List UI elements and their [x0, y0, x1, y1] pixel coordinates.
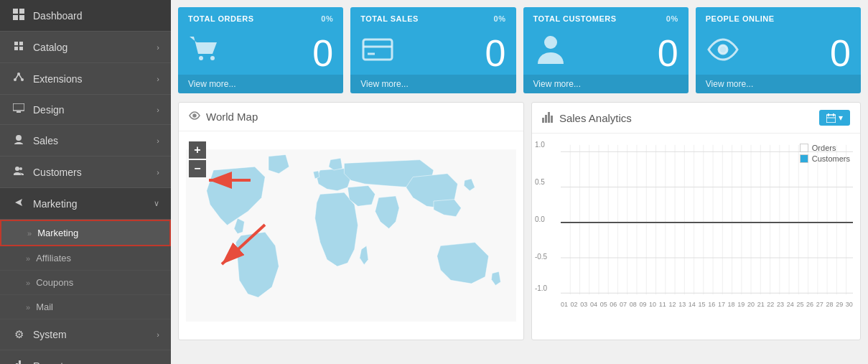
sales-chevron: › [157, 136, 159, 145]
sidebar-item-catalog-label: Catalog [33, 42, 157, 53]
sidebar-item-reports[interactable]: Reports › [0, 350, 171, 364]
system-icon: ⚙ [11, 328, 26, 341]
calendar-button[interactable]: ▾ [819, 110, 850, 126]
sales-icon [11, 134, 26, 147]
sidebar-item-reports-label: Reports [33, 360, 157, 365]
total-orders-link[interactable]: View more... [178, 75, 343, 93]
zoom-out-button[interactable]: − [189, 160, 206, 177]
sidebar-item-dashboard-label: Dashboard [33, 10, 159, 22]
sidebar-item-design[interactable]: Design › [0, 95, 171, 125]
world-map-title: World Map [206, 111, 258, 123]
svg-rect-1 [19, 9, 24, 14]
legend-orders: Orders [800, 144, 850, 152]
stat-card-total-orders: TOTAL ORDERS 0% 0 View more... [178, 7, 343, 93]
legend-dot-orders [800, 144, 808, 152]
sub-chevron-coupons: » [26, 279, 30, 287]
analytics-title: Sales Analytics [542, 111, 632, 125]
total-orders-value: 0 [312, 32, 333, 75]
y-label-4: -0.5 [535, 253, 547, 261]
sidebar-item-sales-label: Sales [33, 135, 157, 146]
svg-rect-31 [826, 115, 836, 123]
legend-customers: Customers [800, 154, 850, 163]
chart-legend: Orders Customers [800, 144, 850, 165]
y-label-2: 0.5 [535, 178, 545, 186]
catalog-chevron: › [157, 43, 159, 52]
design-chevron: › [157, 106, 159, 114]
svg-rect-17 [363, 39, 392, 60]
svg-point-22 [193, 114, 196, 117]
stat-card-people-online: PEOPLE ONLINE 0 View more... [696, 7, 861, 93]
sidebar-item-design-label: Design [33, 104, 157, 116]
credit-card-icon [360, 32, 395, 74]
world-map-header: World Map [179, 103, 523, 131]
sidebar-sub-item-marketing[interactable]: » Marketing [0, 220, 171, 246]
world-map-eye-icon [189, 110, 200, 123]
svg-rect-10 [17, 111, 21, 113]
total-orders-percent: 0% [321, 14, 333, 23]
analytics-title-text: Sales Analytics [559, 112, 632, 124]
total-customers-link[interactable]: View more... [523, 75, 689, 93]
total-customers-value: 0 [658, 32, 678, 75]
eye-icon [706, 32, 740, 74]
sidebar-item-marketing[interactable]: Marketing ∨ [0, 188, 171, 220]
system-chevron: › [157, 330, 159, 339]
sidebar-sub-item-coupons[interactable]: » Coupons [0, 271, 171, 295]
person-icon [533, 32, 568, 74]
customers-icon [11, 165, 26, 179]
legend-orders-label: Orders [812, 144, 836, 152]
sidebar-sub-item-affiliates-label: Affiliates [36, 253, 71, 263]
sidebar-sub-item-marketing-label: Marketing [37, 228, 78, 238]
bottom-row: World Map + − [178, 102, 861, 340]
total-orders-title: TOTAL ORDERS [188, 14, 254, 23]
sidebar-item-extensions-label: Extensions [33, 73, 157, 85]
analytics-panel: Sales Analytics ▾ 1.0 0.5 0.0 -0.5 [531, 102, 861, 340]
reports-chevron: › [157, 362, 159, 365]
total-sales-percent: 0% [494, 14, 506, 23]
sidebar: Dashboard Catalog › Extensions › Design … [0, 0, 171, 364]
sidebar-item-sales[interactable]: Sales › [0, 125, 171, 157]
sidebar-item-system[interactable]: ⚙ System › [0, 319, 171, 350]
sub-chevron-mail: » [26, 303, 30, 312]
sub-chevron-marketing: » [27, 229, 32, 238]
y-label-5: -1.0 [535, 284, 547, 292]
y-label-1: 1.0 [535, 141, 545, 149]
marketing-chevron: ∨ [154, 199, 159, 208]
sidebar-item-dashboard[interactable]: Dashboard [0, 0, 171, 32]
svg-rect-29 [548, 112, 550, 123]
people-online-value: 0 [830, 32, 851, 75]
svg-point-21 [719, 45, 727, 54]
world-map-panel: World Map + − [178, 102, 524, 340]
sidebar-sub-item-coupons-label: Coupons [36, 277, 73, 288]
sidebar-sub-item-mail[interactable]: » Mail [0, 295, 171, 319]
dashboard-icon [11, 9, 26, 22]
legend-dot-customers [800, 154, 808, 163]
zoom-in-button[interactable]: + [189, 141, 206, 159]
total-sales-link[interactable]: View more... [350, 75, 515, 93]
sidebar-item-marketing-label: Marketing [33, 198, 154, 210]
sidebar-sub-item-affiliates[interactable]: » Affiliates [0, 246, 171, 271]
svg-point-20 [544, 36, 557, 49]
svg-rect-2 [13, 15, 18, 20]
y-label-3: 0.0 [535, 215, 545, 223]
marketing-icon [11, 197, 26, 210]
main-content: TOTAL ORDERS 0% 0 View more... TOTAL SAL… [171, 0, 868, 364]
people-online-link[interactable]: View more... [696, 75, 861, 93]
sidebar-item-system-label: System [33, 329, 157, 340]
map-body: + − [179, 131, 523, 340]
total-sales-title: TOTAL SALES [360, 14, 419, 23]
sidebar-item-catalog[interactable]: Catalog › [0, 32, 171, 63]
total-sales-value: 0 [485, 32, 506, 75]
cart-icon [188, 32, 223, 74]
world-map-svg [186, 139, 516, 332]
sidebar-item-customers[interactable]: Customers › [0, 157, 171, 188]
design-icon [11, 103, 26, 116]
people-online-title: PEOPLE ONLINE [706, 14, 775, 23]
customers-chevron: › [157, 168, 159, 177]
svg-point-16 [210, 56, 215, 60]
sidebar-sub-item-mail-label: Mail [36, 302, 53, 312]
sidebar-item-extensions[interactable]: Extensions › [0, 63, 171, 95]
analytics-chart-icon [542, 111, 554, 125]
stats-row: TOTAL ORDERS 0% 0 View more... TOTAL SAL… [178, 7, 861, 93]
svg-rect-13 [19, 360, 21, 364]
legend-customers-label: Customers [812, 154, 850, 163]
